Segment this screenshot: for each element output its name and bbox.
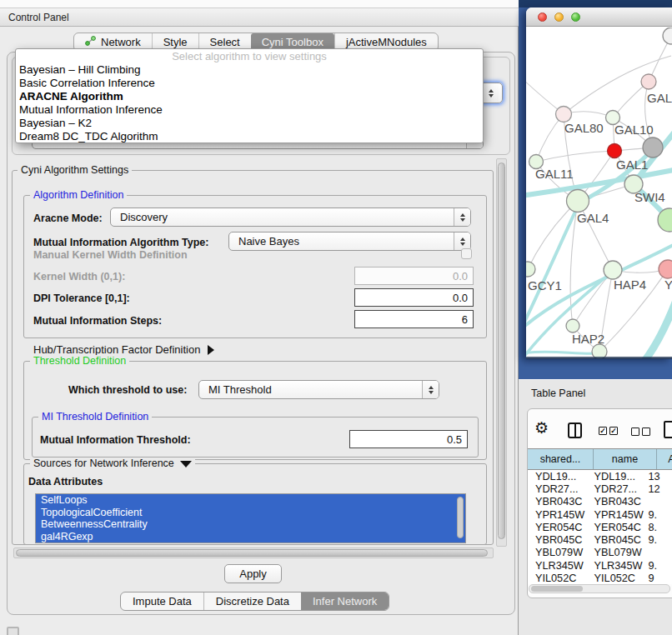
table-row[interactable]: YBR045CYBR045C9.	[528, 533, 672, 546]
algorithm-combobox-fragment[interactable]	[481, 82, 503, 103]
aracne-mode-value: Discovery	[111, 211, 454, 223]
settings-vertical-scrollbar[interactable]	[496, 158, 507, 547]
tab-impute-data[interactable]: Impute Data	[121, 592, 203, 610]
gear-icon[interactable]: ⚙	[534, 420, 549, 436]
settings-horizontal-scrollbar[interactable]	[13, 548, 494, 558]
table-rows[interactable]: YDL19...YDL19...13YDR27...YDR27...12YBR0…	[528, 470, 672, 584]
network-node[interactable]	[659, 260, 672, 278]
table-horizontal-scrollbar[interactable]	[529, 584, 670, 593]
dropdown-item[interactable]: Basic Correlation Inference	[16, 77, 483, 90]
combo-stepper-icon[interactable]	[422, 381, 439, 398]
close-traffic-light[interactable]	[538, 12, 547, 22]
table-row[interactable]: YDL19...YDL19...13	[528, 470, 672, 482]
combo-stepper-icon[interactable]	[482, 83, 499, 102]
collapse-arrow-icon[interactable]	[180, 461, 192, 468]
network-node[interactable]	[604, 261, 622, 279]
zoom-traffic-light[interactable]	[571, 12, 580, 22]
network-node[interactable]	[643, 138, 663, 158]
document-icon[interactable]	[664, 421, 672, 438]
dropdown-item[interactable]: Bayesian – Hill Climbing	[16, 63, 483, 77]
network-node[interactable]	[567, 190, 589, 212]
select-all-checkbox-icon[interactable]: ✓	[599, 427, 607, 435]
deselect-all-checkbox-icon[interactable]	[631, 428, 639, 436]
dropdown-item[interactable]: Dream8 DC_TDC Algorithm	[16, 130, 483, 143]
table-row[interactable]: YBR043CYBR043C	[528, 496, 672, 508]
node-label: GAL80	[564, 121, 604, 135]
network-node[interactable]	[663, 28, 672, 44]
which-threshold-combobox[interactable]: MI Threshold	[198, 380, 439, 399]
algorithm-definition-title: Algorithm Definition	[30, 189, 127, 201]
tab-discretize-data[interactable]: Discretize Data	[203, 592, 301, 610]
network-node[interactable]	[641, 74, 656, 89]
expand-arrow-icon[interactable]	[208, 345, 214, 355]
sources-group-title[interactable]: Sources for Network Inference	[30, 458, 195, 469]
table-cell: YBR043C	[528, 496, 588, 508]
table-cell: YBR045C	[528, 534, 588, 546]
kernel-width-input[interactable]: 0.0	[354, 267, 474, 285]
network-node[interactable]	[608, 144, 622, 158]
which-threshold-label: Which threshold to use:	[68, 384, 187, 396]
attribute-item[interactable]: SelfLoops	[36, 494, 465, 507]
cyni-mode-tabbar: Impute DataDiscretize DataInfer Network	[120, 592, 389, 611]
dpi-tolerance-label: DPI Tolerance [0,1]:	[33, 292, 130, 304]
dropdown-item[interactable]: Bayesian – K2	[16, 117, 483, 130]
table-row[interactable]: YBL079WYBL079W	[528, 547, 672, 559]
network-edge-weighted[interactable]	[645, 302, 672, 358]
mi-steps-label: Mutual Information Steps:	[33, 315, 162, 327]
table-cell: YBL079W	[528, 547, 588, 558]
select-all-checkbox-icon[interactable]: ✓	[609, 427, 618, 435]
network-node[interactable]	[556, 107, 572, 122]
deselect-all-checkbox-icon[interactable]	[642, 428, 650, 436]
column-header[interactable]: shared...	[528, 449, 594, 469]
table-hscroll-thumb[interactable]	[531, 586, 583, 592]
table-cell: YER054C	[588, 522, 645, 533]
network-edge[interactable]	[536, 151, 614, 162]
mi-threshold-input[interactable]: 0.5	[349, 430, 468, 448]
dropdown-item[interactable]: Mutual Information Inference	[16, 103, 483, 117]
mi-algorithm-type-value: Naive Bayes	[229, 235, 454, 248]
combo-stepper-icon[interactable]	[454, 232, 470, 250]
network-window-titlebar[interactable]	[526, 8, 672, 27]
table-cell: YDL19...	[588, 471, 645, 482]
table-cell: YPR145W	[588, 509, 645, 521]
attribute-item[interactable]: gal4RGexp	[36, 531, 465, 543]
column-header[interactable]: A	[657, 449, 672, 469]
column-header[interactable]: name	[594, 449, 657, 469]
dropdown-item[interactable]: ARACNE Algorithm	[16, 90, 483, 103]
algorithm-dropdown-list[interactable]: Select algorithm to view settings Bayesi…	[15, 48, 484, 143]
network-node[interactable]	[526, 262, 535, 277]
minimize-traffic-light[interactable]	[554, 12, 564, 22]
combo-stepper-icon[interactable]	[454, 208, 470, 226]
dropdown-placeholder: Select algorithm to view settings	[16, 50, 483, 63]
table-row[interactable]: YPR145WYPR145W9.	[528, 508, 672, 521]
table-row[interactable]: YER054CYER054C8.	[528, 521, 672, 533]
apply-button[interactable]: Apply	[224, 564, 282, 583]
table-cell: 12	[644, 483, 672, 495]
manual-kernel-width-checkbox[interactable]	[461, 248, 472, 259]
table-row[interactable]: YLR345WYLR345W9.	[528, 559, 672, 572]
aracne-mode-label: Aracne Mode:	[33, 212, 103, 224]
list-scrollbar[interactable]	[457, 497, 464, 538]
mi-steps-input[interactable]: 6	[354, 310, 474, 328]
attribute-item[interactable]: BetweennessCentrality	[36, 518, 465, 531]
network-node[interactable]	[566, 319, 579, 332]
table-cell: 9.	[644, 534, 672, 546]
network-edge-weighted[interactable]	[526, 352, 599, 353]
data-attributes-list[interactable]: SelfLoopsTopologicalCoefficientBetweenne…	[35, 493, 466, 543]
tab-infer-network[interactable]: Infer Network	[301, 592, 389, 610]
table-row[interactable]: YIL052CYIL052C9	[528, 572, 672, 584]
table-row[interactable]: YDR27...YDR27...12	[528, 482, 672, 495]
aracne-mode-combobox[interactable]: Discovery	[110, 208, 471, 227]
columns-icon[interactable]	[568, 422, 582, 438]
network-canvas[interactable]: GALGAL80GAL10GAL1GAL11SWI4GAL4GCY1HAP4YH…	[526, 28, 672, 358]
network-graph: GALGAL80GAL10GAL1GAL11SWI4GAL4GCY1HAP4YH…	[526, 28, 672, 358]
table-header-row[interactable]: shared...nameA	[528, 448, 672, 470]
attribute-item[interactable]: TopologicalCoefficient	[36, 507, 465, 519]
vscroll-thumb[interactable]	[498, 162, 505, 539]
minimized-panel-icon[interactable]	[7, 627, 19, 635]
hub-definition-toggle[interactable]: Hub/Transcription Factor Definition	[33, 343, 214, 356]
mi-algorithm-type-combobox[interactable]: Naive Bayes	[228, 232, 471, 251]
dpi-tolerance-input[interactable]: 0.0	[354, 288, 474, 307]
control-panel-titlebar[interactable]: Control Panel ✕	[0, 8, 519, 27]
hscroll-thumb[interactable]	[16, 549, 488, 557]
